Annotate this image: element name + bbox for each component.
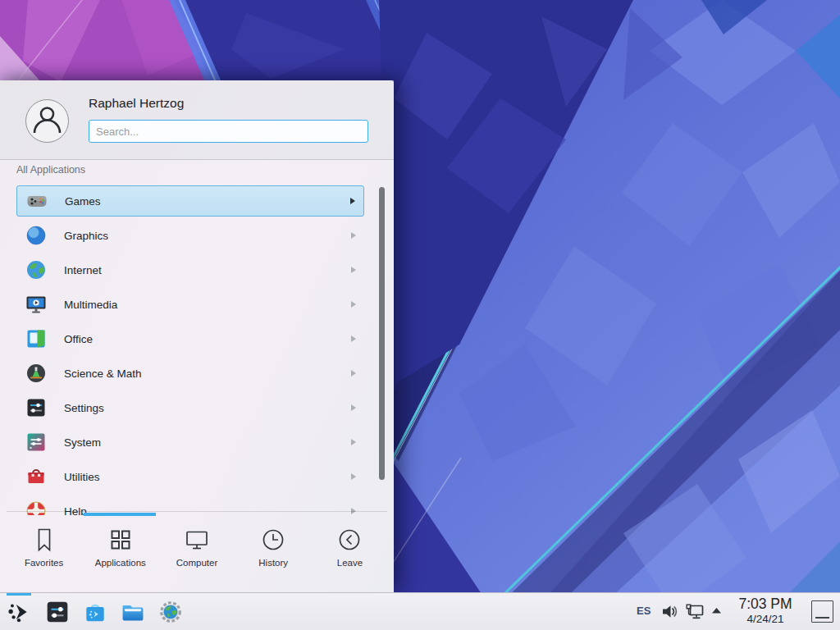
tab-label: Computer xyxy=(176,558,218,568)
category-label: Utilities xyxy=(64,471,100,483)
tabbar-separator xyxy=(7,511,387,512)
section-label: All Applications xyxy=(16,164,85,176)
submenu-arrow-icon xyxy=(351,301,356,308)
network-icon[interactable] xyxy=(686,604,705,620)
app-category-system[interactable]: System xyxy=(16,427,364,458)
volume-icon[interactable] xyxy=(661,604,678,619)
submenu-arrow-icon xyxy=(351,232,356,239)
flask-icon xyxy=(25,363,47,384)
app-category-science-math[interactable]: Science & Math xyxy=(16,358,364,389)
tab-label: History xyxy=(258,558,288,568)
active-tab-indicator xyxy=(84,513,156,516)
submenu-arrow-icon xyxy=(350,198,355,204)
launcher-tabbar: Favorites Applications Computer xyxy=(6,517,388,592)
submenu-arrow-icon xyxy=(351,439,356,445)
submenu-arrow-icon xyxy=(351,370,356,377)
user-name: Raphael Hertzog xyxy=(89,96,184,111)
app-category-office[interactable]: Office xyxy=(16,323,364,354)
category-label: Graphics xyxy=(64,230,108,242)
app-category-utilities[interactable]: Utilities xyxy=(16,461,364,492)
system-settings-button[interactable] xyxy=(45,600,70,624)
system-sliders-icon xyxy=(25,431,47,453)
kde-launcher-icon xyxy=(7,600,31,624)
globe-icon xyxy=(25,259,47,281)
discover-button[interactable] xyxy=(83,600,107,624)
document-icon xyxy=(25,328,47,349)
clock-date: 4/24/21 xyxy=(727,613,804,626)
leave-icon xyxy=(337,527,362,552)
clock-time: 7:03 PM xyxy=(727,596,804,613)
category-label: Science & Math xyxy=(64,368,142,380)
toolbox-icon xyxy=(25,466,47,487)
search-input[interactable] xyxy=(89,120,368,143)
tab-favorites[interactable]: Favorites xyxy=(6,517,82,592)
user-avatar xyxy=(25,99,69,143)
folder-icon xyxy=(121,600,145,624)
gamepad-icon xyxy=(26,190,48,212)
launcher-header: Raphael Hertzog xyxy=(0,80,394,160)
category-label: System xyxy=(64,436,101,449)
discover-icon xyxy=(83,600,107,624)
dolphin-button[interactable] xyxy=(121,600,145,624)
tab-applications[interactable]: Applications xyxy=(82,517,158,592)
digital-clock[interactable]: 7:03 PM 4/24/21 xyxy=(727,596,804,626)
app-category-games[interactable]: Games xyxy=(16,185,364,217)
submenu-arrow-icon xyxy=(351,267,356,273)
app-category-graphics[interactable]: Graphics xyxy=(16,220,364,251)
sphere-icon xyxy=(25,225,47,246)
submenu-arrow-icon xyxy=(351,404,356,411)
app-list-scrollbar[interactable] xyxy=(379,187,385,480)
application-launcher-button[interactable] xyxy=(7,600,31,624)
bookmark-icon xyxy=(33,527,56,552)
category-label: Internet xyxy=(64,264,102,276)
sliders-icon xyxy=(25,397,47,418)
tab-label: Leave xyxy=(337,558,363,568)
computer-icon xyxy=(185,527,209,552)
category-label: Multimedia xyxy=(64,299,117,311)
submenu-arrow-icon xyxy=(351,473,356,480)
keyboard-layout-indicator[interactable]: ES xyxy=(637,605,651,617)
category-label: Settings xyxy=(64,402,104,414)
user-icon xyxy=(26,100,68,142)
app-category-multimedia[interactable]: Multimedia xyxy=(16,289,364,320)
tab-label: Applications xyxy=(95,558,146,568)
tab-computer[interactable]: Computer xyxy=(158,517,235,592)
expand-tray-arrow-icon[interactable] xyxy=(710,606,723,614)
category-label: Office xyxy=(64,333,93,345)
application-launcher-popup: Raphael Hertzog All Applications Games G xyxy=(0,80,394,592)
submenu-arrow-icon xyxy=(351,336,356,342)
lifebuoy-icon xyxy=(25,500,47,515)
clock-icon xyxy=(261,527,285,552)
app-category-list: Games Graphics Internet xyxy=(0,182,394,515)
monitor-play-icon xyxy=(25,294,47,315)
web-browser-button[interactable] xyxy=(158,600,183,624)
tab-history[interactable]: History xyxy=(235,517,312,592)
active-task-indicator xyxy=(7,593,31,596)
system-settings-icon xyxy=(45,600,70,624)
show-desktop-button[interactable] xyxy=(811,600,833,623)
app-category-help[interactable]: Help xyxy=(16,495,364,515)
category-label: Games xyxy=(65,195,101,208)
tab-leave[interactable]: Leave xyxy=(312,517,388,592)
web-browser-globe-icon xyxy=(158,600,183,624)
grid-icon xyxy=(109,527,132,552)
taskbar-panel: ES 7:03 PM 4/24/21 xyxy=(0,592,840,630)
tab-label: Favorites xyxy=(25,558,63,568)
app-category-internet[interactable]: Internet xyxy=(16,254,364,285)
app-category-settings[interactable]: Settings xyxy=(16,392,364,423)
